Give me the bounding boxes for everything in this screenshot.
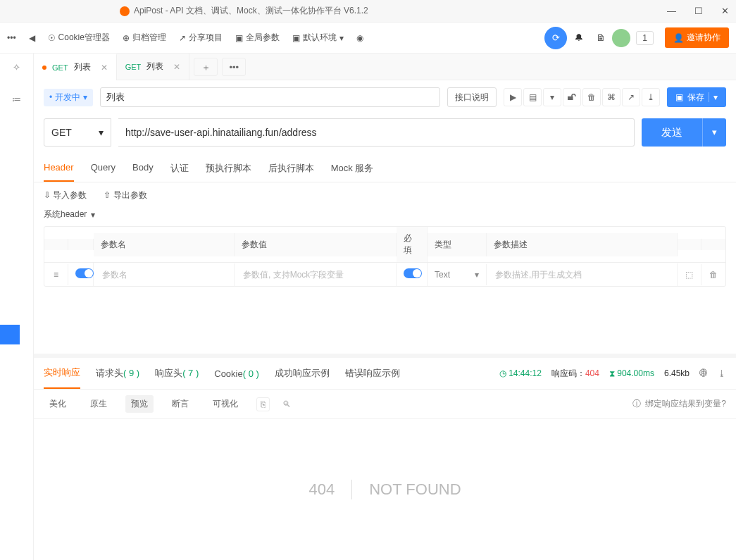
export-params-button[interactable]: ⇧ 导出参数 [104,189,146,201]
enable-toggle[interactable] [75,268,94,278]
preview-code: 404 [308,480,335,499]
sync-icon[interactable]: ⟳ [544,27,567,49]
url-input[interactable] [118,118,635,147]
view-assert[interactable]: 断言 [166,395,194,413]
export-icon[interactable]: ↗ [622,88,640,106]
col-name: 参数名 [94,233,235,256]
tab-close-icon[interactable]: ✕ [101,63,108,73]
import-params-button[interactable]: ⇩ 导入参数 [44,189,87,201]
response-tabs: 实时响应 请求头( 9 ) 响应头( 7 ) Cookie( 0 ) 成功响应示… [34,358,736,390]
copy-icon[interactable]: ⎘ [256,397,270,411]
invite-button[interactable]: 👤 邀请协作 [665,27,729,48]
resp-size: 6.45kb [664,368,690,378]
request-name-input[interactable] [100,87,440,107]
sidebar-active-indicator [0,325,20,344]
send-button[interactable]: 发送 ▾ [642,118,726,147]
delete-icon[interactable]: 🗑︎ [582,88,601,106]
cube-icon[interactable]: ⬚ [678,264,701,285]
env-select[interactable]: ▣ 默认环境 ▾ [292,32,344,44]
param-desc-input[interactable] [494,269,670,280]
bind-variable-hint[interactable]: 绑定响应结果到变量? [645,398,726,410]
resptab-success[interactable]: 成功响应示例 [275,359,330,388]
drag-handle-icon[interactable]: ≡ [44,264,68,285]
params-table: 参数名 参数值 必填 类型 参数描述 ≡ Text▾ ⬚ 🗑︎ [44,226,726,287]
search-icon[interactable]: 🔍︎ [282,399,291,409]
resptab-respheaders[interactable]: 响应头( 7 ) [155,359,199,388]
globe-icon[interactable]: 🌐︎ [699,368,708,378]
notes-icon[interactable]: 🗎 [590,27,612,49]
resptab-cookie[interactable]: Cookie( 0 ) [214,360,259,387]
subtab-header[interactable]: Header [44,155,74,182]
resptab-realtime[interactable]: 实时响应 [44,358,80,389]
lock-icon[interactable]: 🔓︎ [563,88,581,106]
save-button[interactable]: ▣ 保存 ▾ [667,87,726,107]
subtab-mock[interactable]: Mock 服务 [331,155,374,182]
api-desc-button[interactable]: 接口说明 [447,87,497,107]
param-tools: ⇩ 导入参数 ⇧ 导出参数 [34,182,736,209]
subtab-prescript[interactable]: 预执行脚本 [206,155,251,182]
subtab-auth[interactable]: 认证 [170,155,189,182]
doc-icon[interactable]: ▤ [523,88,542,106]
tab-label: 列表 [146,61,163,73]
tab-item[interactable]: GET 列表 ✕ [117,54,190,80]
response-meta: ◷ 14:44:12 响应码：404 ⧗ 904.00ms 6.45kb 🌐︎ … [499,368,726,380]
eye-icon[interactable]: ◉ [356,33,363,43]
tab-add-button[interactable]: ＋ [194,58,218,76]
window-close-icon[interactable]: ✕ [721,6,729,16]
run-icon[interactable]: ▶ [504,88,522,106]
window-minimize-icon[interactable]: — [667,6,676,16]
response-preview: 404 NOT FOUND [34,419,736,560]
tab-close-icon[interactable]: ✕ [173,62,180,72]
save-as-icon[interactable]: ⤓ [642,88,660,106]
app-title: ApiPost - API 文档、调试、Mock、测试一体化协作平台 V6.1.… [134,5,368,17]
param-type-select[interactable]: Text▾ [428,264,487,285]
share-button[interactable]: ↗ 分享项目 [179,32,223,44]
archive-button[interactable]: ⊕ 归档管理 [123,32,166,44]
team-count-badge: 1 [636,31,654,45]
param-value-input[interactable] [242,269,389,280]
back-icon[interactable]: ◀ [29,33,35,43]
avatar[interactable] [612,29,630,47]
view-tabs: 美化 原生 预览 断言 可视化 ⎘ 🔍︎ ⓘ 绑定响应结果到变量? [34,390,736,419]
code-icon[interactable]: ⌘ [602,88,620,106]
request-subtabs: Header Query Body 认证 预执行脚本 后执行脚本 Mock 服务 [34,155,736,182]
subtab-query[interactable]: Query [91,155,116,182]
request-header-row: • 开发中 ▾ 接口说明 ▶ ▤ ▾ 🔓︎ 🗑︎ ⌘ ↗ ⤓ ▣ 保存 ▾ [34,80,736,114]
view-beautify[interactable]: 美化 [44,395,72,413]
subtab-body[interactable]: Body [132,155,154,182]
tab-more-button[interactable]: ••• [222,58,246,76]
resptab-reqheaders[interactable]: 请求头( 9 ) [96,359,139,388]
tab-method: GET [125,63,142,71]
dev-status-chip[interactable]: • 开发中 ▾ [44,89,93,106]
col-required: 必填 [397,227,428,262]
dropdown-icon[interactable]: ▾ [543,88,561,106]
param-row: ≡ Text▾ ⬚ 🗑︎ [44,263,725,286]
download-icon[interactable]: ⭳ [718,368,726,378]
method-select[interactable]: GET ▾ [44,118,111,147]
required-toggle[interactable] [404,268,422,278]
view-raw[interactable]: 原生 [85,395,113,413]
preview-sep [351,480,352,499]
window-maximize-icon[interactable]: ☐ [694,6,703,16]
top-toolbar: ••• ◀ ☉ Cookie管理器 ⊕ 归档管理 ↗ 分享项目 ▣ 全局参数 ▣… [0,23,736,54]
system-header-toggle[interactable]: 系统header ▾ [34,209,736,226]
cookie-manager-button[interactable]: ☉ Cookie管理器 [48,32,110,44]
titlebar: ApiPost - API 文档、调试、Mock、测试一体化协作平台 V6.1.… [0,0,736,23]
mini-actions: ▶ ▤ ▾ 🔓︎ 🗑︎ ⌘ ↗ ⤓ [504,88,660,106]
tab-method: GET [52,63,68,72]
tab-active[interactable]: GET 列表 ✕ [34,54,117,80]
globals-button[interactable]: ▣ 全局参数 [235,32,280,44]
view-preview[interactable]: 预览 [125,395,154,413]
sidebar-compass-icon[interactable]: ✧ [13,62,20,73]
bell-icon[interactable]: 🔔︎ [567,27,590,49]
delete-row-icon[interactable]: 🗑︎ [701,264,725,285]
param-name-input[interactable] [101,269,227,280]
more-icon[interactable]: ••• [7,33,16,43]
clock-icon: ◷ 14:44:12 [499,368,542,378]
resptab-error[interactable]: 错误响应示例 [345,359,400,388]
send-label: 发送 [642,126,702,139]
view-visual[interactable]: 可视化 [207,395,244,413]
send-dropdown-icon[interactable]: ▾ [702,118,726,147]
sidebar-list-icon[interactable]: ≔ [12,94,21,104]
subtab-postscript[interactable]: 后执行脚本 [268,155,314,182]
